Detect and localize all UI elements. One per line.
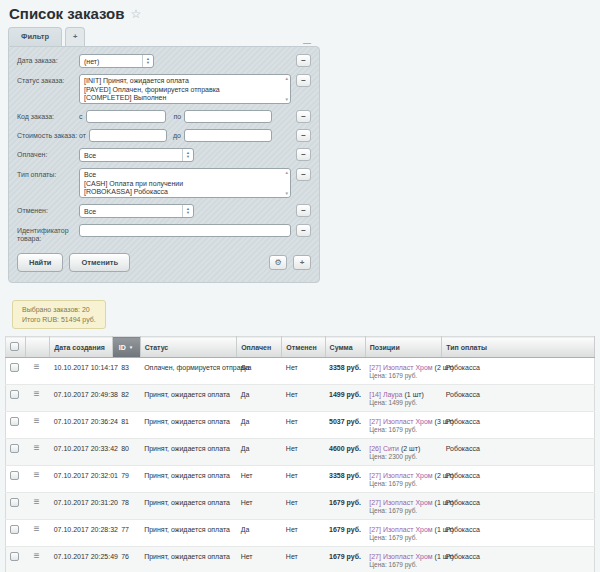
cell-date: 07.10.2017 20:49:38	[50, 385, 112, 412]
remove-canceled-button[interactable]: −	[296, 204, 311, 217]
filter-minimize-icon[interactable]: —	[303, 40, 310, 46]
cell-payed: Нет	[237, 466, 282, 493]
filter-row-order-code: Код заказа: с по −	[9, 107, 319, 126]
position-link[interactable]: [27] Изопласт Хром	[369, 499, 432, 506]
column-header-positions[interactable]: Позиции	[365, 337, 441, 358]
add-filter-field-button[interactable]: +	[293, 255, 311, 270]
order-code-to-input[interactable]	[184, 110, 272, 123]
payment-option[interactable]: [CASH] Оплата при получении	[80, 180, 280, 189]
order-cost-from-input[interactable]	[89, 129, 167, 142]
position-link[interactable]: [27] Изопласт Хром	[369, 472, 432, 479]
cell-status: Принят, ожидается оплата	[140, 466, 236, 493]
canceled-select[interactable]: Все ▲▼	[79, 204, 194, 218]
add-filter-tab[interactable]: +	[65, 27, 85, 46]
cell-canceled: Нет	[282, 385, 325, 412]
row-menu-icon[interactable]: ≡	[34, 388, 40, 399]
row-checkbox[interactable]	[10, 552, 19, 561]
filter-panel: Фильтр + — Дата заказа: (нет) ▲▼ − Стату…	[8, 26, 320, 283]
row-menu-icon[interactable]: ≡	[34, 523, 40, 534]
payment-type-listbox[interactable]: Все [CASH] Оплата при получении [ROBOKAS…	[79, 168, 291, 198]
status-option[interactable]: [INIT] Принят, ожидается оплата	[80, 77, 280, 86]
row-checkbox[interactable]	[10, 525, 19, 534]
order-code-from-input[interactable]	[86, 110, 166, 123]
remove-order-status-button[interactable]: −	[296, 74, 311, 87]
table-header-row: Дата создания ID▼ Статус Оплачен Отменен…	[6, 337, 595, 358]
row-checkbox[interactable]	[10, 363, 19, 372]
row-checkbox[interactable]	[10, 417, 19, 426]
status-option[interactable]: [PAYED] Оплачен, формируется отправка	[80, 86, 280, 95]
position-link[interactable]: [14] Лаура	[369, 391, 402, 398]
column-header-payed[interactable]: Оплачен	[237, 337, 282, 358]
column-header-canceled[interactable]: Отменен	[282, 337, 325, 358]
order-date-label: Дата заказа:	[17, 54, 79, 65]
position-link[interactable]: [27] Изопласт Хром	[369, 418, 432, 425]
position-price: Цена: 1679 руб.	[369, 372, 439, 380]
position-link[interactable]: [27] Изопласт Хром	[369, 364, 432, 371]
order-status-label: Статус заказа:	[17, 74, 79, 85]
row-menu-icon[interactable]: ≡	[34, 361, 40, 372]
payment-option[interactable]: Все	[80, 171, 280, 180]
position-link[interactable]: [26] Сити	[369, 445, 399, 452]
row-checkbox[interactable]	[10, 390, 19, 399]
row-menu-icon[interactable]: ≡	[34, 469, 40, 480]
order-date-select[interactable]: (нет) ▲▼	[79, 54, 154, 68]
remove-order-date-button[interactable]: −	[296, 54, 311, 67]
payment-type-label: Тип оплаты:	[17, 168, 79, 179]
order-status-listbox[interactable]: [INIT] Принят, ожидается оплата [PAYED] …	[79, 74, 291, 104]
row-checkbox[interactable]	[10, 471, 19, 480]
column-header-payment[interactable]: Тип оплаты	[442, 337, 595, 358]
payed-select[interactable]: Все ▲▼	[79, 148, 194, 162]
product-id-input[interactable]	[79, 224, 291, 237]
filter-row-order-cost: Стоимость заказа: от до −	[9, 126, 319, 145]
cell-sum: 1499 руб.	[325, 385, 365, 412]
position-link[interactable]: [27] Изопласт Хром	[369, 553, 432, 560]
column-header-id[interactable]: ID▼	[112, 337, 140, 358]
payed-label: Оплачен:	[17, 148, 79, 159]
remove-payment-type-button[interactable]: −	[296, 168, 311, 181]
filter-settings-gear-icon[interactable]: ⚙	[269, 255, 287, 270]
row-checkbox[interactable]	[10, 444, 19, 453]
order-date-value: (нет)	[84, 58, 99, 65]
cell-date: 07.10.2017 20:25:49	[50, 547, 112, 572]
column-header-status[interactable]: Статус	[140, 337, 236, 358]
cell-sum: 1679 руб.	[325, 547, 365, 572]
column-header-sum[interactable]: Сумма	[325, 337, 365, 358]
cell-date: 07.10.2017 20:28:32	[50, 520, 112, 547]
remove-payed-button[interactable]: −	[296, 148, 311, 161]
row-menu-icon[interactable]: ≡	[34, 550, 40, 561]
table-row: ≡ 07.10.2017 20:36:24 81 Принят, ожидает…	[6, 412, 595, 439]
position-line: [27] Изопласт Хром (1 шт)	[369, 525, 439, 534]
order-cost-to-input[interactable]	[184, 129, 272, 142]
find-button[interactable]: Найти	[17, 253, 63, 272]
payment-option[interactable]: [ROBOKASSA] Робокасса	[80, 188, 280, 197]
cancel-button[interactable]: Отменить	[69, 253, 130, 272]
row-menu-icon[interactable]: ≡	[34, 496, 40, 507]
product-id-label: Идентификатор товара:	[17, 224, 79, 243]
tab-filter[interactable]: Фильтр	[8, 27, 62, 46]
column-header-date[interactable]: Дата создания	[50, 337, 112, 358]
scroll-up-icon[interactable]: ▲	[285, 170, 289, 175]
remove-order-cost-button[interactable]: −	[296, 129, 311, 142]
favorite-star-icon[interactable]: ☆	[130, 7, 141, 21]
cell-positions: [27] Изопласт Хром (1 шт)Цена: 1679 руб.	[365, 493, 441, 520]
remove-order-code-button[interactable]: −	[296, 110, 311, 123]
filter-buttons-row: Найти Отменить ⚙ +	[9, 246, 319, 280]
row-menu-icon[interactable]: ≡	[34, 442, 40, 453]
scroll-down-icon[interactable]: ▼	[285, 97, 289, 102]
row-menu-icon[interactable]: ≡	[34, 415, 40, 426]
table-row: ≡ 07.10.2017 20:32:01 79 Принят, ожидает…	[6, 466, 595, 493]
row-checkbox[interactable]	[10, 498, 19, 507]
position-line: [27] Изопласт Хром (2 шт)	[369, 363, 439, 372]
scroll-up-icon[interactable]: ▲	[285, 76, 289, 81]
select-all-checkbox[interactable]	[10, 342, 19, 351]
order-code-to-label: по	[174, 110, 185, 120]
position-price: Цена: 1499 руб.	[369, 399, 439, 407]
remove-product-id-button[interactable]: −	[296, 224, 311, 237]
cell-status: Принят, ожидается оплата	[140, 439, 236, 466]
status-option[interactable]: [COMPLETED] Выполнен	[80, 94, 280, 103]
cell-canceled: Нет	[282, 520, 325, 547]
cell-status: Принят, ожидается оплата	[140, 412, 236, 439]
cell-date: 10.10.2017 10:14:17	[50, 358, 112, 385]
position-link[interactable]: [27] Изопласт Хром	[369, 526, 432, 533]
scroll-down-icon[interactable]: ▼	[285, 191, 289, 196]
